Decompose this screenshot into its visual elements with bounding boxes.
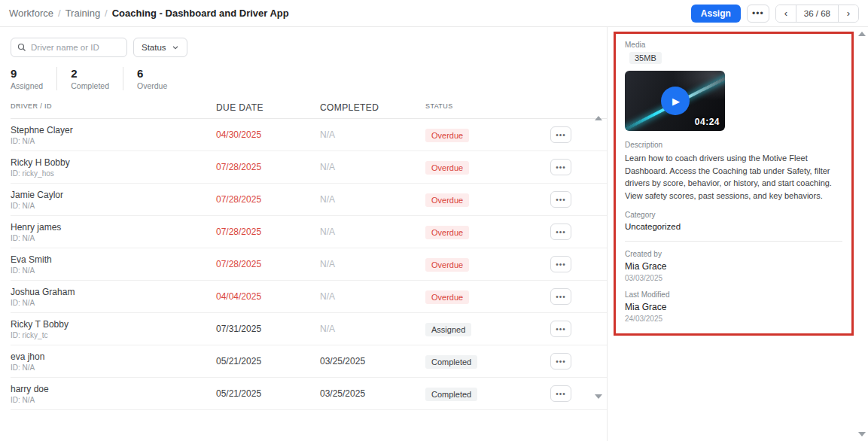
row-more-button[interactable]: •••: [550, 353, 571, 370]
table-row[interactable]: Eva Smith ID: N/A 07/28/2025 N/A Overdue…: [11, 248, 607, 281]
row-more-button[interactable]: •••: [550, 385, 571, 402]
row-more-button[interactable]: •••: [550, 159, 571, 175]
actions-cell: •••: [550, 353, 598, 370]
column-status: STATUS: [425, 102, 550, 113]
stat-assigned-value: 9: [11, 67, 43, 80]
table-row[interactable]: Ricky T Bobby ID: ricky_tc 07/31/2025 N/…: [11, 313, 607, 345]
due-date: 07/28/2025: [216, 162, 320, 172]
last-modified-date: 24/03/2025: [625, 315, 842, 323]
chevron-left-icon: ‹: [784, 8, 787, 19]
status-badge: Overdue: [425, 258, 469, 272]
due-date: 05/21/2025: [216, 388, 320, 399]
table-row[interactable]: harry doe ID: N/A 05/21/2025 03/25/2025 …: [11, 378, 607, 410]
ellipsis-icon: •••: [556, 196, 566, 204]
table-row[interactable]: Ricky H Bobby ID: ricky_hos 07/28/2025 N…: [11, 151, 607, 184]
driver-cell: Joshua Graham ID: N/A: [11, 287, 216, 307]
completed-date: N/A: [320, 129, 425, 140]
play-button[interactable]: ▶: [661, 87, 690, 115]
driver-id: ID: ricky_hos: [11, 169, 216, 178]
due-date: 04/30/2025: [216, 129, 320, 140]
status-cell: Completed: [425, 387, 550, 401]
pagination-prev-button[interactable]: ‹: [776, 5, 796, 22]
last-modified-name: Mia Grace: [625, 302, 842, 312]
status-badge: Assigned: [425, 323, 471, 336]
breadcrumb-separator: /: [105, 8, 108, 19]
due-date: 05/21/2025: [216, 356, 320, 366]
panel-divider: [625, 241, 842, 242]
status-badge: Overdue: [425, 129, 469, 142]
created-by-name: Mia Grace: [625, 261, 842, 272]
ellipsis-icon: •••: [556, 325, 566, 333]
ellipsis-icon: •••: [556, 163, 566, 172]
stat-assigned: 9 Assigned: [11, 67, 56, 90]
stat-overdue: 6 Overdue: [123, 67, 181, 90]
driver-name: harry doe: [11, 384, 216, 394]
pagination-next-button[interactable]: ›: [839, 5, 858, 22]
status-badge: Overdue: [425, 161, 469, 175]
ellipsis-icon: •••: [556, 390, 566, 398]
actions-cell: •••: [550, 321, 598, 337]
page-scrollbar[interactable]: [857, 27, 866, 441]
ellipsis-icon: •••: [556, 131, 566, 139]
header-more-button[interactable]: •••: [747, 5, 769, 23]
row-more-button[interactable]: •••: [550, 288, 571, 305]
chevron-down-icon: [172, 44, 179, 51]
status-badge: Completed: [425, 388, 477, 401]
scrollbar-down-icon[interactable]: [858, 432, 866, 436]
training-detail-panel: Media 35MB ▶ 04:24 Description Learn how…: [614, 32, 854, 336]
status-filter-dropdown[interactable]: Status: [133, 38, 187, 57]
stats-bar: 9 Assigned 2 Completed 6 Overdue: [11, 67, 607, 90]
row-more-button[interactable]: •••: [550, 224, 571, 240]
assign-button[interactable]: Assign: [691, 5, 741, 23]
status-cell: Assigned: [425, 322, 550, 336]
driver-cell: Stephne Clayer ID: N/A: [11, 125, 216, 145]
table-header: DRIVER / ID DUE DATE COMPLETED STATUS: [11, 102, 607, 119]
driver-cell: Ricky T Bobby ID: ricky_tc: [11, 319, 216, 339]
driver-cell: Jamie Caylor ID: N/A: [11, 190, 216, 210]
ellipsis-icon: •••: [556, 357, 566, 366]
completed-date: N/A: [320, 324, 425, 334]
video-thumbnail[interactable]: ▶ 04:24: [625, 71, 725, 131]
stat-completed-value: 2: [71, 67, 109, 80]
ellipsis-icon: •••: [752, 9, 764, 18]
driver-search: [11, 38, 127, 57]
driver-id: ID: N/A: [11, 363, 216, 372]
status-cell: Overdue: [425, 225, 550, 239]
table-row[interactable]: Jamie Caylor ID: N/A 07/28/2025 N/A Over…: [11, 184, 607, 216]
row-more-button[interactable]: •••: [550, 256, 571, 272]
table-row[interactable]: Joshua Graham ID: N/A 04/04/2025 N/A Ove…: [11, 281, 607, 313]
status-cell: Completed: [425, 354, 550, 369]
row-more-button[interactable]: •••: [550, 321, 571, 337]
status-badge: Overdue: [425, 193, 469, 207]
table-row[interactable]: eva jhon ID: N/A 05/21/2025 03/25/2025 C…: [11, 345, 607, 378]
table-scroll-up-icon[interactable]: [594, 116, 603, 120]
stat-overdue-label: Overdue: [137, 81, 167, 90]
created-by-section: Created by Mia Grace 03/03/2025: [625, 250, 842, 282]
driver-name: Stephne Clayer: [11, 125, 216, 135]
breadcrumb-workforce[interactable]: Workforce: [9, 8, 53, 19]
created-by-date: 03/03/2025: [625, 274, 842, 282]
page-header: Workforce / Training / Coaching - Dashbo…: [0, 0, 868, 27]
column-driver-id: DRIVER / ID: [11, 102, 216, 113]
table-row[interactable]: Stephne Clayer ID: N/A 04/30/2025 N/A Ov…: [11, 119, 607, 151]
driver-name: Jamie Caylor: [11, 190, 216, 200]
row-more-button[interactable]: •••: [550, 126, 571, 143]
search-input[interactable]: [31, 43, 120, 52]
breadcrumb-training[interactable]: Training: [65, 8, 100, 19]
driver-name: Joshua Graham: [11, 287, 216, 297]
description-label: Description: [625, 141, 842, 149]
row-more-button[interactable]: •••: [550, 191, 571, 208]
pagination-current: 36 / 68: [796, 5, 839, 22]
status-cell: Overdue: [425, 193, 550, 207]
scrollbar-up-icon[interactable]: [858, 32, 866, 36]
media-label: Media: [625, 41, 842, 49]
driver-id: ID: ricky_tc: [11, 331, 216, 339]
table-scroll-down-icon[interactable]: [594, 394, 603, 399]
table-body: Stephne Clayer ID: N/A 04/30/2025 N/A Ov…: [11, 119, 607, 410]
last-modified-section: Last Modified Mia Grace 24/03/2025: [625, 290, 842, 323]
driver-cell: eva jhon ID: N/A: [11, 351, 216, 372]
table-row[interactable]: Henry james ID: N/A 07/28/2025 N/A Overd…: [11, 216, 607, 248]
completed-date: N/A: [320, 259, 425, 269]
column-actions: [550, 102, 598, 113]
play-icon: ▶: [672, 96, 680, 107]
